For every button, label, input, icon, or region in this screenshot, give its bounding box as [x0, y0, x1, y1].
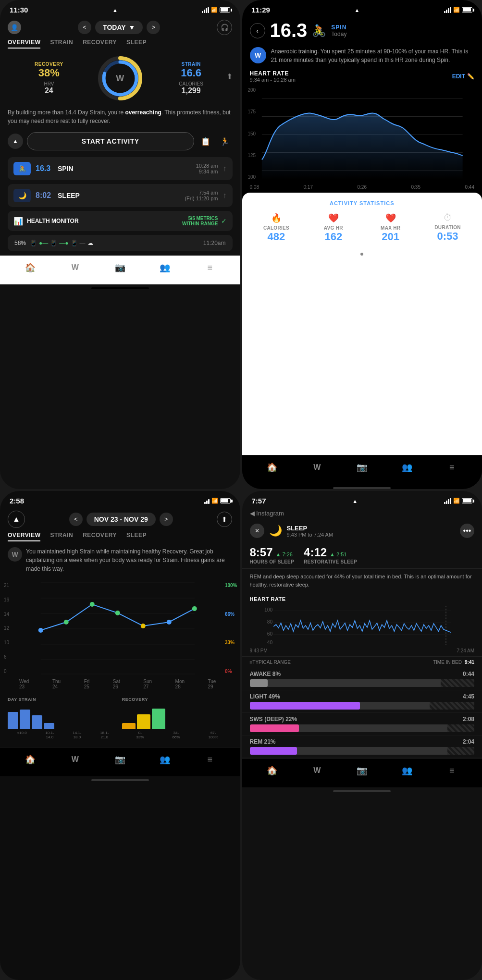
status-icons-4: 📶 [444, 498, 472, 504]
edit-icon: ✏️ [467, 73, 474, 80]
menu-nav-btn-2[interactable]: ≡ [442, 460, 461, 475]
status-bar-1: 11:30 ▲ 📶 [0, 0, 240, 16]
next-day-btn[interactable]: > [147, 21, 160, 34]
instagram-back[interactable]: ◀ Instagram [250, 510, 284, 517]
community-nav-btn-4[interactable]: 👥 [397, 763, 417, 778]
community-nav-btn-2[interactable]: 👥 [397, 460, 417, 475]
sleep-activity-item[interactable]: 🌙 8:02 SLEEP 7:54 am (Fri) 11:20 pm ↑ [8, 184, 233, 207]
stat-max-hr: ❤️ MAX HR 201 [364, 213, 417, 243]
collapse-btn[interactable]: ▲ [8, 134, 23, 149]
sleep-hr-label: HEART RATE [242, 592, 482, 604]
today-label[interactable]: TODAY ▼ [95, 21, 143, 34]
community-nav-btn-3[interactable]: 👥 [155, 752, 174, 767]
recovery-bar-1 [137, 714, 150, 729]
tab-sleep-1[interactable]: SLEEP [126, 39, 147, 49]
w-nav-btn-3[interactable]: W [65, 752, 85, 767]
sleep-top-header: ◀ Instagram [242, 507, 482, 520]
more-btn[interactable]: ••• [460, 524, 474, 538]
home-nav-btn-4[interactable]: 🏠 [262, 763, 282, 778]
headphone-btn[interactable]: 🎧 [217, 20, 232, 35]
menu-nav-btn-3[interactable]: ≡ [200, 752, 220, 767]
screen2-header: ‹ 16.3 🚴 SPIN Today [242, 16, 482, 45]
share-btn[interactable]: ⬆ [226, 72, 233, 81]
spin-name: SPIN [58, 165, 191, 172]
hr-chart-svg [261, 89, 463, 180]
signal-1 [202, 7, 209, 13]
prev-week-btn[interactable]: < [69, 513, 83, 526]
svg-text:60: 60 [267, 631, 272, 637]
camera-nav-btn-3[interactable]: 📷 [111, 752, 130, 767]
restorative-sleep-stat: 4:12 ▲ 2:51 RESTORATIVE SLEEP [304, 546, 357, 564]
collapse-btn-3[interactable]: ▲ [8, 511, 25, 528]
w-nav-btn-4[interactable]: W [308, 763, 327, 778]
menu-nav-btn-4[interactable]: ≡ [442, 763, 461, 778]
menu-nav-btn[interactable]: ≡ [200, 260, 220, 275]
prev-day-btn[interactable]: < [78, 21, 91, 34]
recovery-bar-0 [122, 723, 136, 729]
community-nav-btn[interactable]: 👥 [155, 260, 174, 275]
share-btn-3[interactable]: ⬆ [217, 512, 232, 527]
person-icon[interactable]: 🏃 [217, 134, 233, 149]
w-nav-btn-2[interactable]: W [308, 460, 327, 475]
spin-activity-item[interactable]: 🚴 16.3 SPIN 10:28 am 9:34 am ↑ [8, 157, 233, 180]
edit-activity-icon[interactable]: 📋 [198, 134, 213, 149]
tab-recovery-1[interactable]: RECOVERY [83, 39, 117, 49]
tab-sleep-3[interactable]: SLEEP [126, 532, 147, 541]
device-icon-1: 📱 [30, 240, 37, 246]
wifi-icon-2: 📶 [453, 7, 460, 13]
tab-overview-1[interactable]: OVERVIEW [8, 39, 40, 49]
tab-overview-3[interactable]: OVERVIEW [8, 532, 40, 541]
sleep-icon-box: 🌙 [13, 189, 31, 202]
time-4: 7:57 [252, 497, 266, 505]
tab-strain-3[interactable]: STRAIN [50, 532, 73, 541]
edit-btn[interactable]: EDIT ✏️ [452, 73, 474, 80]
stats-card: ACTIVITY STATISTICS 🔥 CALORIES 482 ❤️ AV… [242, 193, 482, 455]
recovery-bar-chart: RECOVERY 0-33% 34-66% 67-100% [122, 697, 233, 739]
home-nav-btn[interactable]: 🏠 [21, 260, 40, 275]
location-icon-4: ▲ [352, 498, 358, 504]
sleep-close-btn[interactable]: ✕ [250, 524, 264, 538]
back-btn-2[interactable]: ‹ [250, 23, 265, 38]
calories-label: CALORIES [150, 81, 233, 86]
camera-nav-btn-4[interactable]: 📷 [352, 763, 371, 778]
start-activity-btn[interactable]: START ACTIVITY [27, 132, 194, 150]
line-chart: 21 16 14 12 10 6 0 100% 66% 33% 0% [0, 578, 240, 693]
duration-icon: ⏱ [421, 213, 474, 223]
strain-circle: W [96, 54, 144, 102]
x-labels: 0:08 0:17 0:26 0:35 0:44 [242, 184, 482, 191]
sleep-name: SLEEP [58, 192, 180, 199]
location-icon-1: ▲ [112, 7, 118, 13]
recovery-bar-labels: 0-33% 34-66% 67-100% [122, 731, 233, 739]
week-avatar: W [8, 547, 22, 562]
battery-pct: 58% [14, 240, 26, 246]
tabs-1: OVERVIEW STRAIN RECOVERY SLEEP [0, 39, 240, 49]
sleep-time: 7:54 am (Fri) 11:20 pm [185, 190, 218, 201]
next-week-btn[interactable]: > [160, 513, 173, 526]
camera-nav-btn[interactable]: 📷 [111, 260, 130, 275]
week-range-label[interactable]: NOV 23 - NOV 29 [87, 513, 156, 526]
spin-icon-box: 🚴 [13, 162, 31, 175]
wifi-icon-1: 📶 [211, 7, 218, 13]
battery-icon-2 [462, 7, 472, 12]
home-nav-btn-2[interactable]: 🏠 [262, 460, 282, 475]
camera-nav-btn-2[interactable]: 📷 [352, 460, 371, 475]
spin-badge: SPIN Today [331, 24, 346, 37]
tab-recovery-3[interactable]: RECOVERY [83, 532, 117, 541]
sleep-info: SLEEP 9:43 PM to 7:24 AM [287, 525, 456, 538]
hm-left: 📊 HEALTH MONITOR [13, 217, 79, 226]
home-nav-btn-3[interactable]: 🏠 [21, 752, 40, 767]
w-nav-btn[interactable]: W [65, 260, 85, 275]
strain-bar-chart: DAY STRAIN <10.0 10.1-14.0 14.1-18.0 18.… [8, 697, 118, 739]
insight-text: By building more than 14.4 Day Strain, y… [0, 108, 240, 125]
screen-weekly: 2:58 📶 ▲ < NOV 23 - NOV 29 > ⬆ OVERVIEW … [0, 491, 240, 980]
signal-3 [204, 498, 210, 504]
svg-text:100: 100 [264, 607, 272, 612]
avg-hr-label: AVG HR [307, 225, 360, 231]
avg-hr-icon: ❤️ [307, 213, 360, 223]
spin-time: 10:28 am 9:34 am [196, 163, 218, 174]
battery-row: 58% 📱 ●— 📱 —● 📱 — ☁ 11:20am [8, 235, 233, 251]
time-1: 11:30 [10, 6, 28, 14]
tab-strain-1[interactable]: STRAIN [50, 39, 73, 49]
hours-of-sleep-stat: 8:57 ▲ 7:26 HOURS OF SLEEP [250, 546, 295, 564]
health-monitor-row[interactable]: 📊 HEALTH MONITOR 5/5 METRICS WITHIN RANG… [8, 211, 233, 231]
